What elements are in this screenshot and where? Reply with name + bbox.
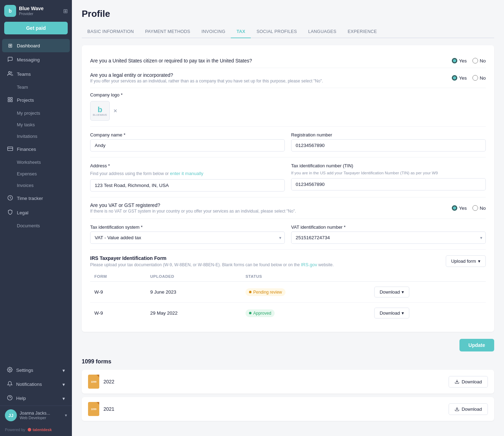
sidebar-item-dashboard[interactable]: ⊞ Dashboard: [2, 39, 70, 52]
tin-sublabel: If you are in the US add your Taxpayer I…: [291, 171, 486, 175]
download-button-1[interactable]: Download ▾: [374, 287, 409, 297]
finances-icon: [7, 146, 13, 153]
help-icon: [7, 395, 13, 402]
legal-entity-label: Are you a legal entity or incorporated?: [90, 72, 323, 78]
form-item-2021: 1099 2021 Download: [82, 397, 494, 421]
download-1099-2022[interactable]: Download: [449, 376, 488, 388]
download-label-1: Download: [379, 289, 400, 295]
irs-title-block: IRS Taxpayer Identification Form Please …: [90, 255, 334, 267]
sidebar-label-invitations: Invitations: [17, 134, 38, 139]
tax-id-system-select[interactable]: VAT - Value added tax GST - Goods and Se…: [90, 232, 285, 244]
uploaded-cell-2: 29 May 2022: [146, 303, 241, 324]
us-citizen-yes[interactable]: Yes: [452, 58, 467, 63]
tab-invoicing[interactable]: Invoicing: [196, 26, 231, 38]
us-citizen-radio-group: Yes No: [452, 58, 486, 63]
tax-id-grid: Tax identification system * VAT - Value …: [90, 219, 486, 250]
sidebar-sub-team[interactable]: Team: [2, 82, 70, 93]
sidebar-item-time-tracker[interactable]: Time tracker: [2, 192, 70, 205]
vat-radio-group: Yes No: [452, 205, 486, 211]
svg-point-11: [28, 428, 31, 431]
grid-icon[interactable]: ⊞: [63, 8, 68, 14]
address-input[interactable]: [90, 179, 285, 192]
tab-tax[interactable]: Tax: [231, 26, 251, 38]
vat-number-input[interactable]: [291, 232, 486, 244]
registration-number-input[interactable]: [291, 139, 486, 152]
status-cell-2: Approved: [241, 303, 370, 324]
brand-text: Blue Wave Provider: [19, 6, 43, 16]
sidebar-sub-my-tasks[interactable]: My tasks: [2, 119, 70, 130]
sidebar-item-finances[interactable]: Finances: [2, 142, 70, 156]
sidebar-notifications[interactable]: Notifications ▾: [2, 377, 70, 391]
vat-yes[interactable]: Yes: [452, 205, 467, 211]
vat-no-input[interactable]: [472, 205, 478, 211]
logo-remove-button[interactable]: ✕: [113, 108, 117, 114]
irs-gov-link[interactable]: IRS.gov: [301, 262, 317, 267]
sidebar-help[interactable]: Help ▾: [2, 391, 70, 405]
address-label: Address *: [90, 163, 285, 168]
irs-header: IRS Taxpayer Identification Form Please …: [90, 255, 486, 267]
sidebar-item-legal[interactable]: Legal: [2, 206, 70, 220]
legal-entity-yes[interactable]: Yes: [452, 75, 467, 81]
vat-no[interactable]: No: [472, 205, 486, 211]
tab-social-profiles[interactable]: Social Profiles: [251, 26, 302, 38]
tab-experience[interactable]: Experience: [342, 26, 383, 38]
legal-entity-yes-input[interactable]: [452, 75, 457, 81]
form-year-2022: 2022: [103, 379, 114, 384]
sidebar-item-projects[interactable]: Projects: [2, 93, 70, 107]
sidebar-sub-invoices[interactable]: Invoices: [2, 180, 70, 191]
registration-number-field: Registration number: [291, 132, 486, 152]
us-citizen-no-input[interactable]: [472, 58, 478, 63]
company-name-input[interactable]: [90, 139, 285, 152]
form-name-cell: W-9: [90, 282, 146, 303]
svg-rect-3: [11, 100, 12, 102]
svg-rect-1: [8, 98, 10, 99]
form-year-2021: 2021: [103, 406, 114, 412]
update-button[interactable]: Update: [459, 339, 494, 351]
settings-chevron-icon: ▾: [62, 368, 65, 373]
legal-entity-no-input[interactable]: [472, 75, 478, 81]
legal-entity-no[interactable]: No: [472, 75, 486, 81]
brand: b Blue Wave Provider: [4, 5, 43, 17]
tab-payment-methods[interactable]: Payment Methods: [140, 26, 196, 38]
download-1099-2022-label: Download: [462, 379, 482, 384]
sidebar-sub-worksheets[interactable]: Worksheets: [2, 157, 70, 168]
status-badge-approved: Approved: [246, 309, 275, 317]
enter-manually-link[interactable]: enter it manually: [170, 171, 203, 176]
sidebar-sub-invitations[interactable]: Invitations: [2, 131, 70, 142]
sidebar-label-my-tasks: My tasks: [17, 122, 35, 127]
tin-input[interactable]: [291, 178, 486, 190]
address-tin-grid: Address * Find your address using the fo…: [90, 157, 486, 197]
user-chevron-icon: ▾: [65, 413, 67, 418]
address-field: Address * Find your address using the fo…: [90, 163, 285, 192]
sidebar-label-projects: Projects: [17, 98, 34, 103]
sidebar-settings[interactable]: Settings ▾: [2, 363, 70, 377]
sidebar-bottom: Settings ▾ Notifications ▾ Help ▾ JJ: [0, 363, 72, 436]
user-role: Web Developer: [20, 416, 50, 420]
vat-yes-input[interactable]: [452, 205, 457, 211]
address-sublabel: Find your address using the form below o…: [90, 171, 285, 176]
sidebar-item-teams[interactable]: Teams: [2, 67, 70, 81]
download-1099-2021[interactable]: Download: [449, 403, 488, 415]
tab-languages[interactable]: Languages: [303, 26, 342, 38]
us-citizen-yes-input[interactable]: [452, 58, 457, 63]
get-paid-button[interactable]: Get paid: [4, 22, 68, 34]
svg-rect-4: [8, 100, 10, 102]
us-citizen-no[interactable]: No: [472, 58, 486, 63]
download-icon-2022: [455, 379, 459, 384]
us-citizen-question: Are you a United States citizen or requi…: [90, 58, 252, 63]
tab-basic-information[interactable]: Basic Information: [82, 26, 140, 38]
sidebar-sub-expenses[interactable]: Expenses: [2, 168, 70, 179]
sidebar-sub-my-projects[interactable]: My projects: [2, 108, 70, 119]
sidebar-label-dashboard: Dashboard: [17, 43, 40, 48]
download-button-2[interactable]: Download ▾: [374, 308, 409, 318]
forms-1099-section: 1099 forms 1099 2022 Download 1099 2021: [82, 358, 494, 421]
vat-sublabel: If there is no VAT or GST system in your…: [90, 209, 296, 214]
irs-table-header: FORM UPLOADED STATUS: [90, 271, 486, 282]
upload-form-button[interactable]: Upload form ▾: [446, 255, 486, 267]
sidebar-item-messaging[interactable]: Messaging: [2, 53, 70, 67]
sidebar-sub-documents[interactable]: Documents: [2, 220, 70, 231]
download-label-2: Download: [379, 310, 400, 316]
company-name-label: Company name *: [90, 132, 285, 137]
user-profile[interactable]: JJ Joanna Jacks... Web Developer ▾: [0, 405, 72, 425]
svg-point-0: [8, 72, 10, 73]
